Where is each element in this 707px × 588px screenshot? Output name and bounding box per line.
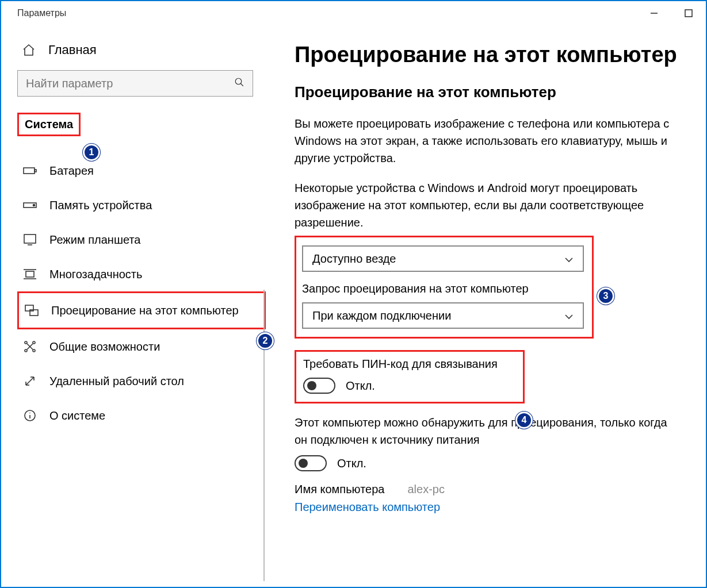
sidebar-item-label: Многозадачность bbox=[49, 268, 142, 281]
home-label: Главная bbox=[48, 43, 97, 57]
request-label: Запрос проецирования на этот компьютер bbox=[302, 282, 586, 295]
annotation-badge-1: 1 bbox=[83, 144, 100, 161]
request-value: При каждом подключении bbox=[312, 309, 451, 322]
sidebar-item-remote[interactable]: Удаленный рабочий стол bbox=[17, 364, 266, 398]
sidebar-item-label: Проецирование на этот компьютер bbox=[51, 304, 239, 317]
tablet-icon bbox=[23, 233, 37, 247]
sidebar-item-projecting[interactable]: Проецирование на этот компьютер bbox=[17, 291, 266, 329]
svg-line-21 bbox=[26, 377, 34, 385]
remote-icon bbox=[23, 374, 37, 388]
search-icon bbox=[234, 77, 244, 90]
svg-rect-8 bbox=[24, 235, 36, 243]
annotation-badge-2: 2 bbox=[257, 332, 274, 349]
minimize-button[interactable] bbox=[637, 1, 671, 25]
sidebar-item-about[interactable]: О системе bbox=[17, 398, 266, 433]
pin-toggle[interactable] bbox=[303, 378, 335, 394]
shared-icon bbox=[23, 340, 37, 353]
sidebar-item-storage[interactable]: Память устройства bbox=[17, 188, 266, 222]
power-label: Этот компьютер можно обнаружить для прое… bbox=[295, 414, 683, 448]
home-link[interactable]: Главная bbox=[17, 37, 266, 70]
sidebar-item-label: О системе bbox=[49, 409, 105, 422]
window-title: Параметры bbox=[17, 8, 66, 18]
pin-toggle-state: Откл. bbox=[346, 379, 375, 393]
rename-pc-link[interactable]: Переименовать компьютер bbox=[295, 501, 440, 514]
page-title: Проецирование на этот компьютер bbox=[295, 43, 683, 67]
svg-rect-1 bbox=[685, 10, 692, 17]
highlight-group-4: Требовать ПИН-код для связывания Откл. bbox=[295, 350, 525, 403]
home-icon bbox=[22, 43, 36, 57]
sidebar-item-label: Память устройства bbox=[49, 199, 152, 212]
sidebar-item-tablet[interactable]: Режим планшета bbox=[17, 222, 266, 257]
svg-point-18 bbox=[33, 349, 35, 352]
desc-1: Вы можете проецировать изображение с тел… bbox=[295, 115, 683, 167]
power-toggle-state: Откл. bbox=[337, 457, 366, 470]
chevron-down-icon bbox=[564, 252, 574, 266]
svg-rect-4 bbox=[24, 168, 35, 174]
search-box[interactable] bbox=[17, 70, 253, 97]
pin-label: Требовать ПИН-код для связывания bbox=[303, 358, 516, 371]
page-subtitle: Проецирование на этот компьютер bbox=[295, 83, 683, 101]
pcname-value: alex-pc bbox=[407, 483, 444, 496]
pcname-label: Имя компьютера bbox=[295, 483, 384, 496]
maximize-button[interactable] bbox=[671, 1, 706, 25]
power-toggle[interactable] bbox=[295, 455, 327, 471]
sidebar-item-battery[interactable]: Батарея bbox=[17, 153, 266, 188]
sidebar-item-shared[interactable]: Общие возможности bbox=[17, 329, 266, 364]
project-icon bbox=[25, 303, 39, 317]
availability-value: Доступно везде bbox=[312, 252, 396, 266]
about-icon bbox=[23, 409, 37, 422]
sidebar-item-label: Батарея bbox=[49, 164, 94, 178]
svg-point-16 bbox=[33, 341, 35, 344]
request-dropdown[interactable]: При каждом подключении bbox=[302, 302, 584, 329]
svg-line-3 bbox=[240, 83, 243, 86]
battery-icon bbox=[23, 164, 37, 178]
sidebar-item-multitask[interactable]: Многозадачность bbox=[17, 257, 266, 291]
svg-point-17 bbox=[25, 349, 27, 352]
breadcrumb-system[interactable]: Система bbox=[17, 113, 81, 136]
sidebar-item-label: Режим планшета bbox=[49, 233, 140, 247]
storage-icon bbox=[23, 198, 37, 212]
multitask-icon bbox=[23, 267, 37, 281]
annotation-badge-4: 4 bbox=[515, 412, 533, 429]
annotation-badge-3: 3 bbox=[597, 287, 614, 305]
sidebar-item-label: Удаленный рабочий стол bbox=[49, 375, 184, 388]
svg-point-7 bbox=[33, 205, 35, 206]
svg-rect-12 bbox=[26, 271, 34, 277]
titlebar: Параметры bbox=[1, 1, 706, 25]
svg-rect-5 bbox=[35, 170, 36, 172]
svg-point-15 bbox=[25, 341, 27, 344]
desc-2: Некоторые устройства с Windows и Android… bbox=[295, 179, 683, 231]
main-pane: Проецирование на этот компьютер Проециро… bbox=[266, 25, 706, 587]
chevron-down-icon bbox=[564, 309, 574, 322]
svg-point-2 bbox=[235, 78, 242, 84]
sidebar-item-label: Общие возможности bbox=[49, 340, 160, 353]
search-input[interactable] bbox=[26, 77, 234, 90]
availability-dropdown[interactable]: Доступно везде bbox=[302, 245, 584, 272]
sidebar: Главная Система Батарея Память устройств… bbox=[1, 25, 266, 587]
highlight-group-3: Доступно везде Запрос проецирования на э… bbox=[295, 236, 594, 339]
